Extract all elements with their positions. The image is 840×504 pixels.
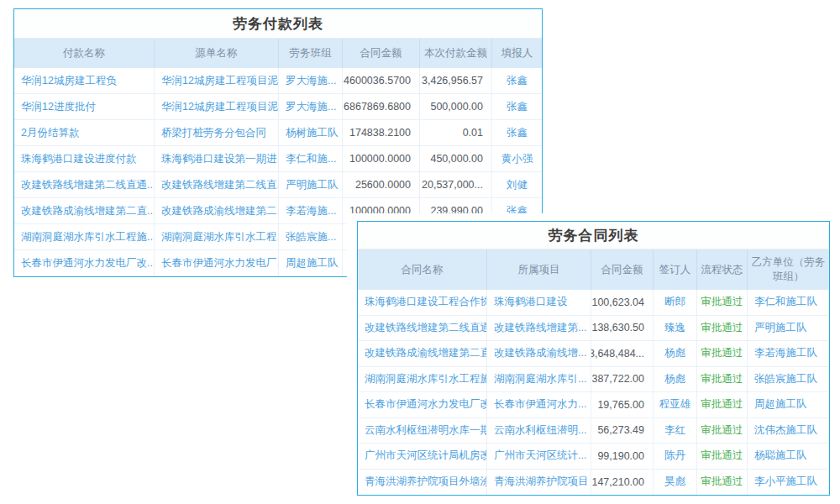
- labor-team-cell[interactable]: 严明施工队: [279, 172, 343, 197]
- contract-list-title: 劳务合同列表: [358, 222, 829, 249]
- table-row: 青海洪湖养护院项目外墙涂...青海洪湖养护院项目147,210.00昊彪审批通过…: [358, 470, 829, 496]
- column-header-project: 所属项目: [487, 249, 591, 290]
- contract-name-cell[interactable]: 湖南洞庭湖水库引水工程施...: [358, 367, 487, 392]
- flow-status-cell[interactable]: 审批通过: [697, 290, 748, 315]
- flow-status-cell[interactable]: 审批通过: [697, 392, 748, 417]
- table-row: 改建铁路成渝线增建第二直...改建铁路成渝线增...3,648,484...杨彪…: [358, 341, 829, 367]
- project-cell[interactable]: 青海洪湖养护院项目: [487, 470, 591, 496]
- payment-amount-cell: 450,000.00: [420, 146, 492, 171]
- flow-status-cell[interactable]: 审批通过: [697, 470, 748, 496]
- party-b-unit-cell[interactable]: 杨聪施工队: [748, 444, 829, 469]
- signer-cell[interactable]: 杨彪: [654, 367, 697, 392]
- labor-team-cell[interactable]: 张皓宸施...: [279, 224, 343, 249]
- table-row: 华润12进度批付华润12城房建工程项目泥...罗大海施...6867869.68…: [14, 94, 542, 120]
- column-header-party-b-unit: 乙方单位（劳务班组）: [748, 249, 829, 290]
- source-name-cell[interactable]: 湖南洞庭湖水库引水工程...: [155, 224, 279, 249]
- column-header-flow-status: 流程状态: [697, 249, 748, 290]
- flow-status-cell[interactable]: 审批通过: [697, 316, 748, 341]
- contract-list-header: 合同名称所属项目合同金额签订人流程状态乙方单位（劳务班组）: [358, 249, 829, 290]
- reporter-cell[interactable]: 张鑫: [492, 94, 542, 119]
- contract-amount-cell: 56,273.49: [591, 418, 654, 444]
- project-cell[interactable]: 长春市伊通河水力...: [487, 392, 591, 417]
- column-header-signer: 签订人: [654, 249, 697, 290]
- payment-name-cell[interactable]: 长春市伊通河水力发电厂改...: [14, 250, 155, 276]
- signer-cell[interactable]: 程亚雄: [654, 392, 697, 417]
- payment-list-title: 劳务付款列表: [14, 9, 542, 39]
- project-cell[interactable]: 改建铁路线增建第...: [487, 316, 591, 341]
- party-b-unit-cell[interactable]: 沈伟杰施工队: [748, 418, 829, 444]
- labor-team-cell[interactable]: 李仁和施...: [279, 146, 343, 171]
- project-cell[interactable]: 珠海鹤港口建设: [487, 290, 591, 315]
- party-b-unit-cell[interactable]: 周超施工队: [748, 392, 829, 417]
- contract-amount-cell: 138,630.50: [591, 316, 654, 341]
- payment-name-cell[interactable]: 2月份结算款: [14, 120, 155, 145]
- payment-name-cell[interactable]: 珠海鹤港口建设进度付款: [14, 146, 155, 171]
- contract-name-cell[interactable]: 广州市天河区统计局机房改...: [358, 444, 487, 469]
- reporter-cell[interactable]: 刘健: [492, 172, 542, 197]
- project-cell[interactable]: 云南水利枢纽潜明...: [487, 418, 591, 444]
- reporter-cell[interactable]: 张鑫: [492, 120, 542, 145]
- project-cell[interactable]: 湖南洞庭湖水库引...: [487, 367, 591, 392]
- contract-amount-cell: 100,623.04: [591, 290, 654, 315]
- signer-cell[interactable]: 杨彪: [654, 341, 697, 366]
- flow-status-cell[interactable]: 审批通过: [697, 367, 748, 392]
- table-row: 广州市天河区统计局机房改...广州市天河区统计...99,190.00陈丹审批通…: [358, 444, 829, 470]
- source-name-cell[interactable]: 改建铁路成渝线增建第二...: [155, 198, 279, 223]
- table-row: 改建铁路线增建第二线直通...改建铁路线增建第...138,630.50臻逸审批…: [358, 316, 829, 342]
- payment-list-header: 付款名称源单名称劳务班组合同金额本次付款金额填报人: [14, 39, 542, 68]
- signer-cell[interactable]: 断郎: [654, 290, 697, 315]
- contract-amount-cell: 99,190.00: [591, 444, 654, 469]
- signer-cell[interactable]: 臻逸: [654, 316, 697, 341]
- source-name-cell[interactable]: 长春市伊通河水力发电厂...: [155, 250, 279, 276]
- contract-amount-cell: 387,722.00: [591, 367, 654, 392]
- contract-amount-cell: 147,210.00: [591, 470, 654, 496]
- payment-name-cell[interactable]: 湖南洞庭湖水库引水工程施...: [14, 224, 155, 249]
- flow-status-cell[interactable]: 审批通过: [697, 341, 748, 366]
- project-cell[interactable]: 改建铁路成渝线增...: [487, 341, 591, 366]
- labor-team-cell[interactable]: 罗大海施...: [279, 94, 343, 119]
- labor-team-cell[interactable]: 罗大海施...: [279, 68, 343, 93]
- party-b-unit-cell[interactable]: 严明施工队: [748, 316, 829, 341]
- source-name-cell[interactable]: 改建铁路线增建第二线直...: [155, 172, 279, 197]
- signer-cell[interactable]: 陈丹: [654, 444, 697, 469]
- payment-name-cell[interactable]: 改建铁路成渝线增建第二直...: [14, 198, 155, 223]
- signer-cell[interactable]: 昊彪: [654, 470, 697, 496]
- contract-name-cell[interactable]: 青海洪湖养护院项目外墙涂...: [358, 470, 487, 496]
- column-header-contract-name: 合同名称: [358, 249, 487, 290]
- project-cell[interactable]: 广州市天河区统计...: [487, 444, 591, 469]
- contract-list-panel: 劳务合同列表 合同名称所属项目合同金额签订人流程状态乙方单位（劳务班组） 珠海鹤…: [347, 213, 840, 504]
- party-b-unit-cell[interactable]: 李仁和施工队: [748, 290, 829, 315]
- payment-amount-cell: 0.01: [420, 120, 492, 145]
- party-b-unit-cell[interactable]: 李小平施工队: [748, 470, 829, 496]
- contract-amount-cell: 25600.0000: [343, 172, 420, 197]
- labor-team-cell[interactable]: 李若海施...: [279, 198, 343, 223]
- payment-name-cell[interactable]: 华润12城房建工程负: [14, 68, 155, 93]
- signer-cell[interactable]: 李红: [654, 418, 697, 444]
- payment-name-cell[interactable]: 改建铁路线增建第二线直通...: [14, 172, 155, 197]
- contract-name-cell[interactable]: 改建铁路线增建第二线直通...: [358, 316, 487, 341]
- contract-name-cell[interactable]: 珠海鹤港口建设工程合作协...: [358, 290, 487, 315]
- source-name-cell[interactable]: 珠海鹤港口建设第一期进...: [155, 146, 279, 171]
- contract-name-cell[interactable]: 改建铁路成渝线增建第二直...: [358, 341, 487, 366]
- contract-name-cell[interactable]: 云南水利枢纽潜明水库一期...: [358, 418, 487, 444]
- party-b-unit-cell[interactable]: 李若海施工队: [748, 341, 829, 366]
- party-b-unit-cell[interactable]: 张皓宸施工队: [748, 367, 829, 392]
- column-header-contract-amount: 合同金额: [591, 249, 654, 290]
- column-header-labor-team: 劳务班组: [279, 39, 343, 68]
- payment-name-cell[interactable]: 华润12进度批付: [14, 94, 155, 119]
- labor-team-cell[interactable]: 杨树施工队: [279, 120, 343, 145]
- table-row: 2月份结算款桥梁打桩劳务分包合同杨树施工队174838.21000.01张鑫: [14, 120, 542, 146]
- labor-team-cell[interactable]: 周超施工队: [279, 250, 343, 276]
- source-name-cell[interactable]: 华润12城房建工程项目泥...: [155, 68, 279, 93]
- flow-status-cell[interactable]: 审批通过: [697, 444, 748, 469]
- table-row: 华润12城房建工程负华润12城房建工程项目泥...罗大海施...4600036.…: [14, 68, 542, 94]
- source-name-cell[interactable]: 华润12城房建工程项目泥...: [155, 94, 279, 119]
- payment-amount-cell: 3,426,956.57: [420, 68, 492, 93]
- flow-status-cell[interactable]: 审批通过: [697, 418, 748, 444]
- contract-name-cell[interactable]: 长春市伊通河水力发电厂改...: [358, 392, 487, 417]
- reporter-cell[interactable]: 张鑫: [492, 68, 542, 93]
- source-name-cell[interactable]: 桥梁打桩劳务分包合同: [155, 120, 279, 145]
- table-row: 长春市伊通河水力发电厂改...长春市伊通河水力...19,765.00程亚雄审批…: [358, 392, 829, 418]
- contract-amount-cell: 6867869.6800: [343, 94, 420, 119]
- reporter-cell[interactable]: 黄小强: [492, 146, 542, 171]
